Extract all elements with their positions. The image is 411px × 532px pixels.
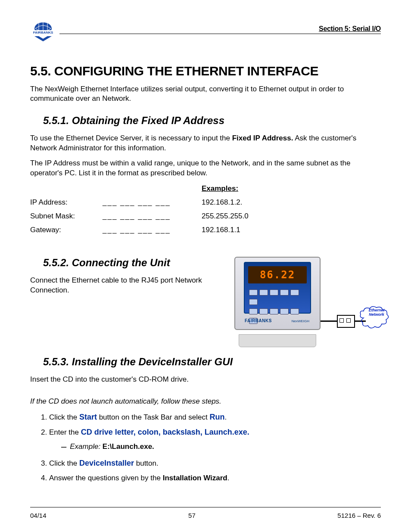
step2-example: –Example: E:\Launch.exe.	[61, 440, 381, 454]
logo-text: FAIRBANKS	[33, 31, 53, 34]
ethernet-jack-box	[337, 315, 355, 328]
subheading-553: 5.5.3. Installing the DeviceInstaller GU…	[43, 356, 381, 368]
step-1: Click the Start button on the Task Bar a…	[49, 412, 381, 423]
device-base	[239, 334, 316, 347]
step4-a: Answer the questions given by the	[49, 474, 163, 482]
footer-page-number: 57	[188, 512, 196, 519]
header-rule	[59, 34, 381, 34]
device-button	[249, 299, 258, 305]
rj45-port-icon	[346, 318, 351, 323]
ip-row-gateway: Gateway: ___ ___ ___ ___ 192.168.1.1	[30, 226, 381, 240]
device-button	[270, 308, 278, 314]
subnet-blanks: ___ ___ ___ ___	[103, 212, 202, 221]
device-button	[290, 308, 299, 314]
step-3: Click the DeviceInstaller button.	[49, 458, 381, 469]
device-button	[290, 289, 299, 296]
ip-address-blanks: ___ ___ ___ ___	[103, 198, 202, 207]
device-display: 86.22	[248, 266, 307, 283]
step1-e: .	[224, 413, 227, 421]
rj45-port-icon	[339, 318, 344, 323]
gateway-blanks: ___ ___ ___ ___	[103, 226, 202, 234]
s551-p1: To use the Ethernet Device Server, it is…	[30, 134, 381, 153]
step2-ex-label: Example:	[70, 442, 103, 451]
step1-a: Click the	[49, 413, 79, 421]
ip-header-row: Examples:	[30, 184, 381, 198]
subnet-example: 255.255.255.0	[202, 212, 249, 221]
ethernet-cable	[321, 320, 338, 322]
step-4: Answer the questions given by the Instal…	[49, 473, 381, 483]
cloud-label: Ethernet Network	[364, 308, 389, 317]
page-footer: 04/14 57 51216 – Rev. 6	[30, 507, 381, 519]
intro-paragraph: The NexWeigh Ethernet Interface utilizes…	[30, 84, 381, 103]
subnet-label: Subnet Mask:	[30, 212, 103, 221]
main-heading: 5.5. CONFIGURING THE ETHERNET INTERFACE	[30, 64, 381, 78]
s553-p2: If the CD does not launch automatically,…	[30, 397, 381, 407]
device-button	[249, 308, 258, 314]
s553-p1: Insert the CD into the customer's CD-ROM…	[30, 375, 381, 385]
device-button	[259, 308, 268, 314]
step3-c: button.	[134, 459, 159, 467]
device-model: NexWEIGH	[292, 319, 309, 323]
device-button	[259, 289, 268, 296]
device-button	[280, 289, 289, 296]
s551-p1-bold: Fixed IP Address.	[232, 134, 293, 142]
footer-doc-rev: 51216 – Rev. 6	[337, 512, 381, 519]
gateway-label: Gateway:	[30, 226, 103, 234]
section-552-row: 5.5.2. Connecting the Unit Connect the E…	[30, 257, 381, 347]
subheading-552: 5.5.2. Connecting the Unit	[43, 257, 221, 269]
ip-address-label: IP Address:	[30, 198, 103, 207]
s551-p2: The IP Address must be within a valid ra…	[30, 159, 381, 178]
dash-icon: –	[61, 441, 66, 452]
step4-c: .	[227, 474, 230, 482]
device-button	[249, 289, 258, 296]
step3-a: Click the	[49, 459, 79, 467]
device-buttons	[248, 289, 307, 310]
step1-start: Start	[79, 413, 97, 421]
ip-row-address: IP Address: ___ ___ ___ ___ 192.168.1.2.	[30, 198, 381, 212]
step3-deviceinstaller: DeviceInstaller	[79, 459, 134, 467]
ip-row-subnet: Subnet Mask: ___ ___ ___ ___ 255.255.255…	[30, 212, 381, 226]
step-2: Enter the CD drive letter, colon, backsl…	[49, 427, 381, 454]
s551-p1-pre: To use the Ethernet Device Server, it is…	[30, 134, 232, 142]
gateway-example: 192.168.1.1	[202, 226, 240, 234]
install-steps: Click the Start button on the Task Bar a…	[30, 412, 381, 483]
section-552-text: 5.5.2. Connecting the Unit Connect the E…	[30, 257, 221, 347]
footer-date: 04/14	[30, 512, 47, 519]
device-brand: FAIRBANKS	[245, 318, 272, 323]
device-box: 86.22 FAIRBANKS NexWEIGH	[234, 257, 321, 330]
subheading-551: 5.5.1. Obtaining the Fixed IP Address	[43, 115, 381, 127]
examples-label: Examples:	[202, 184, 238, 193]
page: FAIRBANKS Section 5: Serial I/O 5.5. CON…	[0, 0, 411, 532]
step2-cmd: CD drive letter, colon, backslash, Launc…	[81, 428, 249, 436]
step1-run: Run	[209, 413, 224, 421]
device-screen: 86.22	[244, 262, 311, 314]
device-button	[270, 289, 278, 296]
page-header: FAIRBANKS Section 5: Serial I/O	[30, 21, 381, 42]
fairbanks-logo: FAIRBANKS	[30, 21, 56, 42]
device-diagram: 86.22 FAIRBANKS NexWEIGH Ethernet Networ…	[230, 257, 381, 347]
s552-p1: Connect the Ethernet cable to the RJ45 p…	[30, 276, 221, 296]
ip-address-example: 192.168.1.2.	[202, 198, 243, 207]
step2-a: Enter the	[49, 428, 81, 436]
header-line-area: Section 5: Serial I/O	[59, 25, 381, 34]
step2-ex-value: E:\Launch.exe.	[103, 442, 154, 451]
step1-c: button on the Task Bar and select	[97, 413, 209, 421]
step4-wizard: Installation Wizard	[163, 474, 227, 482]
section-label: Section 5: Serial I/O	[59, 25, 381, 33]
ip-table: Examples: IP Address: ___ ___ ___ ___ 19…	[30, 184, 381, 240]
device-button	[280, 308, 289, 314]
